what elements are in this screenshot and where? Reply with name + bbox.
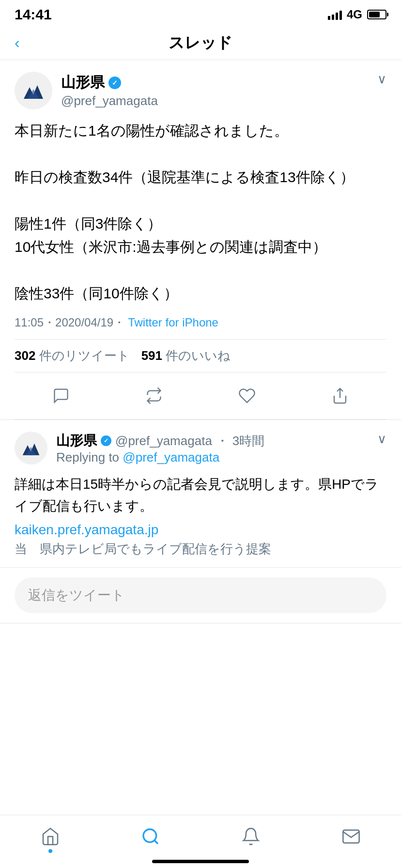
replying-to: Replying to @pref_yamagata	[56, 450, 264, 465]
reply-link[interactable]: kaiken.pref.yamagata.jp	[15, 522, 386, 538]
status-time: 14:41	[15, 6, 52, 23]
reply-time-ago: 3時間	[232, 433, 264, 450]
share-button[interactable]	[325, 381, 355, 410]
notifications-icon	[241, 827, 261, 846]
reply-user-left: 山形県 ✓ @pref_yamagata ・ 3時間 Replying to @…	[15, 432, 264, 470]
svg-line-8	[154, 840, 157, 843]
tweet-user-info: 山形県 ✓ @pref_yamagata ∨	[15, 72, 386, 109]
reply-avatar-logo	[18, 437, 44, 459]
replying-to-handle[interactable]: @pref_yamagata	[123, 450, 219, 465]
like-icon	[238, 387, 256, 404]
share-icon	[331, 387, 349, 404]
tweet-actions	[15, 372, 386, 419]
chevron-down-icon[interactable]: ∨	[377, 72, 386, 87]
tweet-timestamp: 11:05・2020/04/19・ Twitter for iPhone	[15, 315, 386, 330]
reply-input-area: 返信をツイート	[0, 568, 401, 623]
tweet-content: 本日新たに1名の陽性が確認されました。 昨日の検査数34件（退院基準による検査1…	[15, 119, 386, 305]
reply-user-handle: @pref_yamagata	[115, 434, 212, 449]
home-icon	[41, 827, 60, 846]
tweet-user-name: 山形県	[61, 73, 105, 93]
search-icon	[141, 827, 160, 846]
verified-badge: ✓	[108, 77, 121, 89]
reply-time: ・	[216, 433, 229, 450]
avatar[interactable]	[15, 72, 52, 109]
reply-avatar[interactable]	[15, 432, 47, 465]
reply-icon	[52, 387, 70, 404]
avatar-logo	[19, 78, 48, 103]
user-left: 山形県 ✓ @pref_yamagata	[15, 72, 158, 109]
user-text: 山形県 ✓ @pref_yamagata	[61, 73, 158, 108]
home-nav-item[interactable]	[26, 822, 75, 851]
reply-tweet: 山形県 ✓ @pref_yamagata ・ 3時間 Replying to @…	[0, 420, 401, 568]
messages-nav-item[interactable]	[327, 822, 375, 851]
signal-icon	[328, 9, 342, 20]
status-icons: 4G	[328, 8, 386, 21]
main-tweet: 山形県 ✓ @pref_yamagata ∨ 本日新たに1名の陽性が確認されまし…	[0, 60, 401, 420]
user-name-row: 山形県 ✓	[61, 73, 158, 93]
search-nav-item[interactable]	[126, 822, 175, 851]
nav-bar: ‹ スレッド	[0, 26, 401, 60]
retweet-icon	[145, 387, 163, 404]
svg-point-7	[143, 829, 156, 842]
like-button[interactable]	[232, 381, 262, 410]
reply-content: 詳細は本日15時半からの記者会見で説明します。県HPでライブ配信も行います。	[15, 474, 386, 517]
tweet-time: 11:05・2020/04/19・	[15, 315, 125, 330]
status-bar: 14:41 4G	[0, 0, 401, 26]
reply-cut-text: 当 県内テレビ局でもライブ配信を行う提案	[15, 541, 386, 558]
reply-button[interactable]	[46, 381, 76, 410]
tweet-user-handle: @pref_yamagata	[61, 93, 158, 108]
reply-user-info: 山形県 ✓ @pref_yamagata ・ 3時間 Replying to @…	[56, 432, 264, 470]
reply-user-name: 山形県	[56, 432, 97, 450]
notifications-nav-item[interactable]	[227, 822, 275, 851]
tweet-stats: 302 件のリツイート 591 件のいいね	[15, 339, 386, 372]
reply-verified-badge: ✓	[101, 435, 111, 446]
retweet-count[interactable]: 302 件のリツイート	[15, 347, 130, 364]
back-button[interactable]: ‹	[15, 34, 20, 52]
home-indicator	[152, 860, 249, 863]
page-title: スレッド	[169, 32, 232, 54]
like-count[interactable]: 591 件のいいね	[141, 347, 231, 364]
reply-chevron-icon[interactable]: ∨	[377, 432, 386, 447]
home-active-dot	[48, 849, 52, 853]
reply-input[interactable]: 返信をツイート	[15, 577, 386, 613]
tweet-source[interactable]: Twitter for iPhone	[128, 316, 218, 329]
battery-icon	[367, 10, 386, 19]
network-type: 4G	[347, 8, 362, 21]
reply-user-name-row: 山形県 ✓ @pref_yamagata ・ 3時間	[56, 432, 264, 450]
retweet-button[interactable]	[139, 381, 169, 410]
messages-icon	[341, 827, 361, 846]
reply-user-row: 山形県 ✓ @pref_yamagata ・ 3時間 Replying to @…	[15, 432, 386, 470]
